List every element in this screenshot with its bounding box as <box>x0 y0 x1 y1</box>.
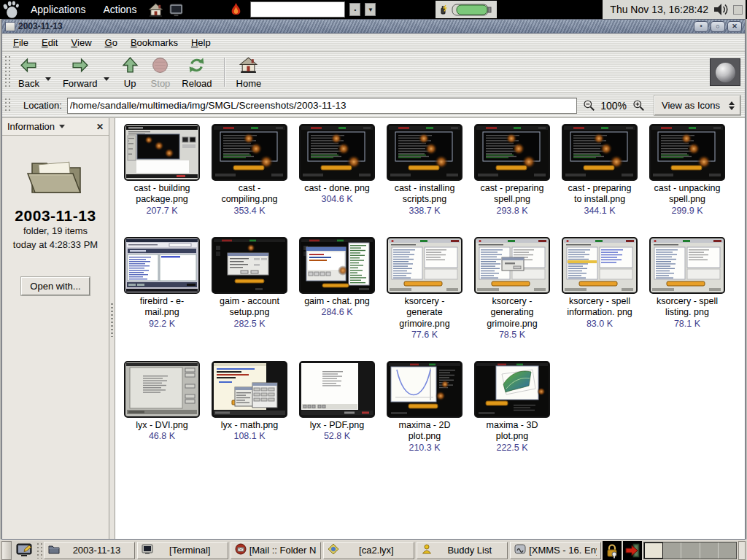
terminal-launcher-icon[interactable] <box>167 1 185 18</box>
menu-edit[interactable]: Edit <box>35 34 64 51</box>
reload-button[interactable]: Reload <box>176 53 217 91</box>
flame-launcher-icon[interactable] <box>227 1 244 18</box>
file-item[interactable]: cast - installing scripts.png338.7 K <box>381 124 468 216</box>
workspace-3[interactable] <box>681 542 700 559</box>
file-thumbnail[interactable] <box>124 124 200 181</box>
file-name: gaim - chat. png <box>301 296 373 307</box>
volume-icon[interactable] <box>713 2 729 17</box>
file-thumbnail[interactable] <box>474 124 550 181</box>
up-button[interactable]: Up <box>115 53 145 91</box>
file-thumbnail[interactable] <box>562 124 638 181</box>
log-out-icon[interactable] <box>623 541 642 560</box>
cmdline-dropdown-button[interactable]: ▼ <box>365 3 376 16</box>
forward-button[interactable]: Forward <box>57 53 104 91</box>
file-thumbnail[interactable] <box>649 237 725 294</box>
file-thumbnail[interactable] <box>649 124 725 181</box>
lock-screen-icon[interactable] <box>603 541 622 560</box>
file-item[interactable]: lyx - PDF.png52.8 K <box>293 361 381 453</box>
zoom-in-icon[interactable] <box>632 99 645 112</box>
menu-help[interactable]: Help <box>185 34 217 51</box>
file-item[interactable]: lyx - DVI.png46.8 K <box>118 361 206 453</box>
home-button[interactable]: Home <box>231 53 268 91</box>
file-item[interactable]: cast - building package.png207.7 K <box>118 124 206 216</box>
task-button-buddy[interactable]: Buddy List <box>417 542 508 559</box>
screenshot-applet-icon[interactable] <box>13 542 35 559</box>
file-item[interactable]: ksorcery - spell information. png83.0 K <box>556 237 643 340</box>
workspace-2[interactable] <box>663 542 681 559</box>
file-thumbnail[interactable] <box>299 237 375 294</box>
file-thumbnail[interactable] <box>299 361 375 418</box>
file-item[interactable]: gaim - chat. png284.6 K <box>293 237 381 340</box>
applications-menu[interactable]: Applications <box>23 0 93 19</box>
file-item[interactable]: LISP maxima - 3D plot.png222.5 K <box>468 361 556 453</box>
file-item[interactable]: cast - preparing spell.png293.8 K <box>468 124 556 216</box>
task-button-lyx[interactable]: [ca2.lyx] <box>323 542 414 559</box>
window-title-bar[interactable]: 2003-11-13 • ○ ✕ <box>2 20 745 34</box>
zoom-out-icon[interactable] <box>582 99 595 112</box>
file-item[interactable]: firebird - e-mail.png92.2 K <box>118 237 206 340</box>
workspace-5[interactable] <box>719 542 736 559</box>
file-thumbnail[interactable] <box>212 124 287 181</box>
back-button[interactable]: Back <box>12 53 45 91</box>
actions-menu[interactable]: Actions <box>96 0 144 19</box>
file-item[interactable]: gaim - account setup.png282.5 K <box>206 237 293 340</box>
sidebar-splitter[interactable] <box>109 118 115 539</box>
file-thumbnail[interactable] <box>124 361 200 418</box>
location-input[interactable] <box>67 98 577 114</box>
workspace-4[interactable] <box>700 542 719 559</box>
taskbar-grip[interactable] <box>36 542 42 559</box>
pager-handle[interactable] <box>738 541 746 560</box>
maximize-button[interactable]: ○ <box>711 21 725 32</box>
sidebar-header[interactable]: Information ✕ <box>2 118 109 136</box>
file-item[interactable]: ksorcery - generate grimoire.png77.6 K <box>381 237 468 340</box>
open-with-button[interactable]: Open with... <box>21 277 89 295</box>
task-button-mail[interactable]: [Mail :: Folder Navi <box>231 542 322 559</box>
task-button-folder[interactable]: 2003-11-13 <box>44 542 135 559</box>
tray-icon[interactable] <box>733 5 743 15</box>
file-thumbnail[interactable] <box>387 124 462 181</box>
menu-go[interactable]: Go <box>98 34 124 51</box>
menu-file[interactable]: File <box>7 34 35 51</box>
close-button[interactable]: ✕ <box>727 21 742 32</box>
file-item[interactable]: cast - preparing to install.png344.1 K <box>556 124 643 216</box>
location-bar-grip[interactable] <box>4 98 10 113</box>
file-thumbnail[interactable] <box>387 237 462 294</box>
forward-history-dropdown-icon[interactable] <box>104 77 109 81</box>
xmms-icon <box>514 543 526 558</box>
workspace-1[interactable] <box>644 542 663 559</box>
menu-bookmarks[interactable]: Bookmarks <box>124 34 185 51</box>
file-thumbnail[interactable] <box>299 124 375 181</box>
window-list: 2003-11-13[Terminal][Mail :: Folder Navi… <box>44 542 601 559</box>
file-item[interactable]: ksorcery - spell listing. png78.1 K <box>643 237 731 340</box>
file-item[interactable]: cast - compiling.png353.4 K <box>206 124 293 216</box>
file-item[interactable]: maxima - 2D plot.png210.3 K <box>381 361 468 453</box>
home-launcher-icon[interactable] <box>147 1 164 18</box>
back-history-dropdown-icon[interactable] <box>45 77 51 81</box>
task-button-terminal[interactable]: [Terminal] <box>137 542 228 559</box>
file-thumbnail[interactable] <box>387 361 462 418</box>
task-button-xmms[interactable]: [XMMS - 16. Enya <box>510 542 601 559</box>
file-thumbnail[interactable] <box>212 237 287 294</box>
file-thumbnail[interactable] <box>474 237 550 294</box>
folder-modified-date: today at 4:28:33 PM <box>2 238 109 252</box>
file-item[interactable]: lyx - math.png108.1 K <box>206 361 293 453</box>
menu-view[interactable]: View <box>64 34 98 51</box>
toolbar-grip[interactable] <box>4 55 10 89</box>
clock-applet[interactable]: Thu Nov 13, 16:28:42 <box>603 0 746 19</box>
panel-hide-button[interactable] <box>1 541 12 560</box>
file-thumbnail[interactable] <box>562 237 638 294</box>
icon-view[interactable]: cast - building package.png207.7 K cast … <box>115 118 745 539</box>
view-mode-dropdown[interactable]: View as Icons <box>654 96 740 115</box>
sidebar-close-icon[interactable]: ✕ <box>96 122 104 132</box>
file-thumbnail[interactable]: LISP <box>474 361 550 418</box>
file-thumbnail[interactable] <box>212 361 287 418</box>
file-thumbnail[interactable] <box>124 237 200 294</box>
gnome-foot-icon[interactable] <box>1 1 20 18</box>
file-item[interactable]: ksorcery - generating grimoire.png78.5 K <box>468 237 556 340</box>
file-item[interactable]: cast - done. png304.6 K <box>293 124 381 216</box>
command-line-applet-input[interactable] <box>250 1 345 18</box>
battery-applet[interactable] <box>436 1 497 18</box>
file-item[interactable]: cast - unpacking spell.png299.9 K <box>643 124 731 216</box>
minimize-button[interactable]: • <box>694 21 708 32</box>
cmdline-dot-button[interactable]: • <box>349 3 360 16</box>
